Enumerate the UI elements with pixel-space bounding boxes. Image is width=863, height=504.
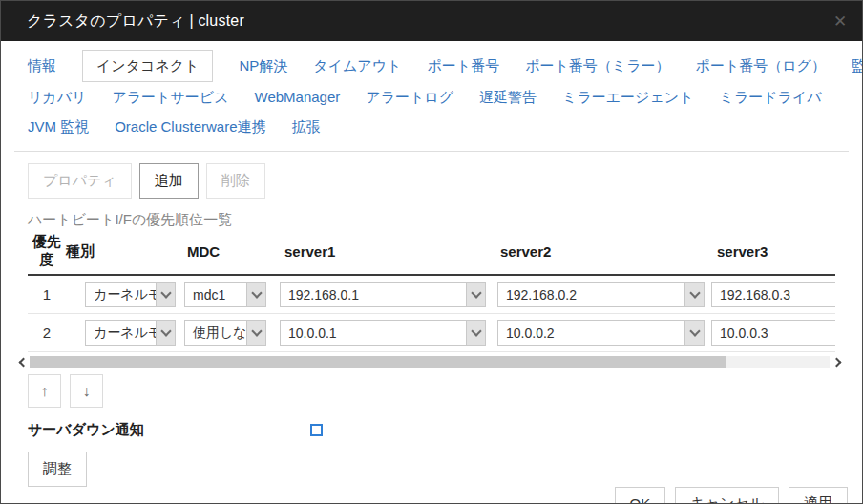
server3-select-row2-value: 10.0.0.3 [712, 321, 835, 345]
chevron-down-icon[interactable] [684, 283, 704, 306]
interconnect-toolbar: プロパティ 追加 削除 [28, 163, 835, 199]
server-down-notify-checkbox[interactable] [310, 424, 323, 436]
type-select-row2-value: カーネルモ [86, 321, 156, 345]
arrow-up-icon: ↑ [41, 383, 49, 400]
server2-select-row2-value: 10.0.0.2 [498, 321, 684, 345]
mdc-select-row1-value: mdc1 [185, 283, 246, 306]
arrow-down-icon: ↓ [83, 383, 91, 400]
tab-jvm-monitor[interactable]: JVM 監視 [28, 117, 89, 136]
server3-select-row2[interactable]: 10.0.0.3 [711, 320, 835, 346]
server1-select-row2[interactable]: 10.0.0.1 [280, 320, 486, 346]
tab-row-3: JVM 監視 Oracle Clusterware連携 拡張 [28, 112, 835, 141]
type-select-row1-value: カーネルモ [86, 283, 156, 306]
priority-value: 1 [28, 286, 66, 303]
heartbeat-priority-list-label: ハートビートI/Fの優先順位一覧 [28, 211, 835, 229]
server2-select-row1-value: 192.168.0.2 [498, 283, 684, 306]
apply-button[interactable]: 適用 [789, 487, 848, 504]
tab-timeout[interactable]: タイムアウト [313, 56, 401, 75]
move-down-button[interactable]: ↓ [70, 374, 103, 408]
ok-button[interactable]: OK [615, 487, 666, 504]
tab-mirror-agent[interactable]: ミラーエージェント [562, 88, 693, 107]
tab-row-2: リカバリ アラートサービス WebManager アラートログ 遅延警告 ミラー… [28, 82, 835, 112]
heartbeat-row-1: 1 カーネルモ mdc1 192.168.0.1 [28, 276, 835, 314]
tab-np-resolution[interactable]: NP解決 [239, 56, 287, 75]
tab-port-number-log[interactable]: ポート番号（ログ） [696, 56, 826, 75]
chevron-down-icon[interactable] [156, 283, 175, 306]
heartbeat-table: 優先度 種別 MDC server1 server2 server3 1 カーネ… [28, 233, 835, 352]
tab-alert-log[interactable]: アラートログ [366, 88, 453, 107]
server3-select-row1[interactable]: 192.168.0.3 [711, 282, 835, 307]
tab-mirror-driver[interactable]: ミラードライバ [720, 88, 822, 107]
properties-button[interactable]: プロパティ [28, 163, 132, 199]
server3-select-row1-value: 192.168.0.3 [712, 283, 835, 306]
cancel-button[interactable]: キャンセル [675, 487, 779, 504]
chevron-down-icon[interactable] [156, 321, 175, 345]
server-down-notify-label: サーバダウン通知 [28, 421, 310, 439]
dialog-title: クラスタのプロパティ | cluster [27, 11, 244, 32]
tab-row-1: 情報 インタコネクト NP解決 タイムアウト ポート番号 ポート番号（ミラー） … [28, 50, 835, 82]
tab-port-number[interactable]: ポート番号 [427, 56, 499, 75]
tune-row: 調整 [28, 452, 835, 487]
scrollbar-thumb[interactable] [30, 356, 726, 368]
scroll-right-icon[interactable] [830, 356, 845, 368]
type-select-row1[interactable]: カーネルモ [85, 282, 176, 307]
heartbeat-row-2: 2 カーネルモ 使用しない 10.0.0.1 [28, 314, 835, 352]
scrollbar-track[interactable] [30, 356, 830, 368]
move-up-button[interactable]: ↑ [28, 374, 61, 408]
column-header-mdc: MDC [180, 243, 276, 260]
heartbeat-table-header: 優先度 種別 MDC server1 server2 server3 [28, 233, 835, 276]
server-down-notify-row: サーバダウン通知 [28, 421, 835, 439]
chevron-down-icon[interactable] [684, 321, 704, 345]
close-icon[interactable]: ✕ [818, 1, 862, 41]
tune-button[interactable]: 調整 [28, 452, 87, 487]
column-header-server3: server3 [709, 243, 835, 260]
server1-select-row1[interactable]: 192.168.0.1 [280, 282, 486, 307]
tab-info[interactable]: 情報 [28, 56, 56, 75]
dialog-titlebar: クラスタのプロパティ | cluster ✕ [1, 1, 862, 41]
server2-select-row2[interactable]: 10.0.0.2 [497, 320, 705, 346]
type-select-row2[interactable]: カーネルモ [85, 320, 176, 346]
tab-bar: 情報 インタコネクト NP解決 タイムアウト ポート番号 ポート番号（ミラー） … [14, 41, 849, 152]
cluster-properties-dialog: クラスタのプロパティ | cluster ✕ 情報 インタコネクト NP解決 タ… [0, 0, 863, 504]
tab-webmanager[interactable]: WebManager [255, 88, 341, 107]
mdc-select-row2-value: 使用しない [185, 321, 246, 345]
column-header-server1: server1 [276, 243, 494, 260]
mdc-select-row1[interactable]: mdc1 [184, 282, 266, 307]
scroll-left-icon[interactable] [14, 356, 30, 368]
column-header-server2: server2 [494, 243, 709, 260]
dialog-footer: OK キャンセル 適用 [1, 487, 862, 504]
tab-monitor[interactable]: 監視 [852, 56, 863, 75]
chevron-down-icon[interactable] [466, 321, 485, 345]
mdc-select-row2[interactable]: 使用しない [184, 320, 266, 346]
server1-select-row2-value: 10.0.0.1 [281, 321, 466, 345]
tab-delay-warning[interactable]: 遅延警告 [479, 88, 537, 107]
tab-port-number-mirror[interactable]: ポート番号（ミラー） [525, 56, 669, 75]
server2-select-row1[interactable]: 192.168.0.2 [497, 282, 705, 307]
column-header-type: 種別 [66, 242, 180, 261]
tab-recovery[interactable]: リカバリ [28, 88, 86, 107]
tab-interconnect[interactable]: インタコネクト [82, 50, 213, 82]
remove-button[interactable]: 削除 [206, 163, 265, 199]
tab-alert-service[interactable]: アラートサービス [112, 88, 228, 107]
reorder-buttons: ↑ ↓ [28, 374, 835, 408]
server1-select-row1-value: 192.168.0.1 [281, 283, 466, 306]
chevron-down-icon[interactable] [466, 283, 485, 306]
add-button[interactable]: 追加 [139, 163, 199, 199]
tab-extension[interactable]: 拡張 [292, 117, 321, 136]
column-header-priority: 優先度 [28, 233, 66, 269]
chevron-down-icon[interactable] [246, 283, 265, 306]
tab-oracle-clusterware[interactable]: Oracle Clusterware連携 [115, 117, 265, 136]
priority-value: 2 [28, 325, 66, 341]
chevron-down-icon[interactable] [246, 321, 265, 345]
tab-panel-interconnect: プロパティ 追加 削除 ハートビートI/Fの優先順位一覧 優先度 種別 MDC … [1, 152, 862, 487]
horizontal-scrollbar[interactable] [14, 356, 845, 368]
